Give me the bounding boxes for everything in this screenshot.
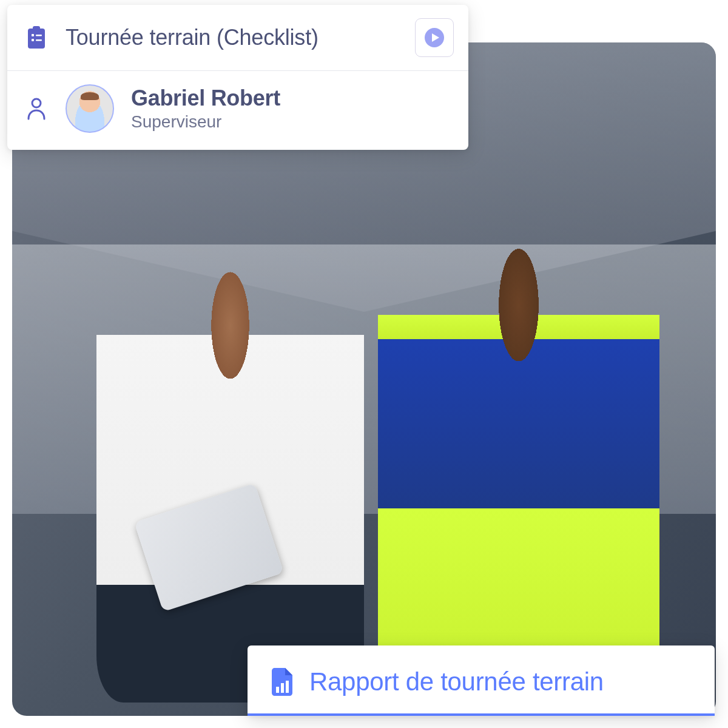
svg-rect-9 [281,683,284,693]
user-role: Superviseur [131,112,280,132]
checklist-user-row: Gabriel Robert Superviseur [7,71,468,150]
svg-rect-2 [32,34,34,36]
user-info: Gabriel Robert Superviseur [131,86,280,132]
photo-person-supervisor [96,231,364,703]
photo-person-worker [378,218,659,703]
svg-rect-1 [33,26,40,31]
svg-point-7 [32,99,41,107]
play-icon [423,27,445,49]
checklist-card: Tournée terrain (Checklist) Gabriel Robe… [7,5,468,150]
report-content: Rapport de tournée terrain [269,667,693,696]
avatar [66,84,114,133]
report-card[interactable]: Rapport de tournée terrain [248,645,715,716]
checklist-title: Tournée terrain (Checklist) [66,25,398,50]
svg-rect-0 [28,29,45,49]
play-button[interactable] [415,18,454,57]
clipboard-icon [24,24,49,51]
report-title: Rapport de tournée terrain [309,667,604,696]
user-name: Gabriel Robert [131,86,280,111]
svg-rect-10 [286,681,289,693]
svg-rect-5 [36,39,42,41]
svg-rect-3 [36,35,42,36]
svg-rect-4 [32,39,34,41]
svg-rect-8 [276,687,279,693]
document-chart-icon [269,667,295,696]
person-icon [24,95,49,122]
checklist-header: Tournée terrain (Checklist) [7,5,468,71]
